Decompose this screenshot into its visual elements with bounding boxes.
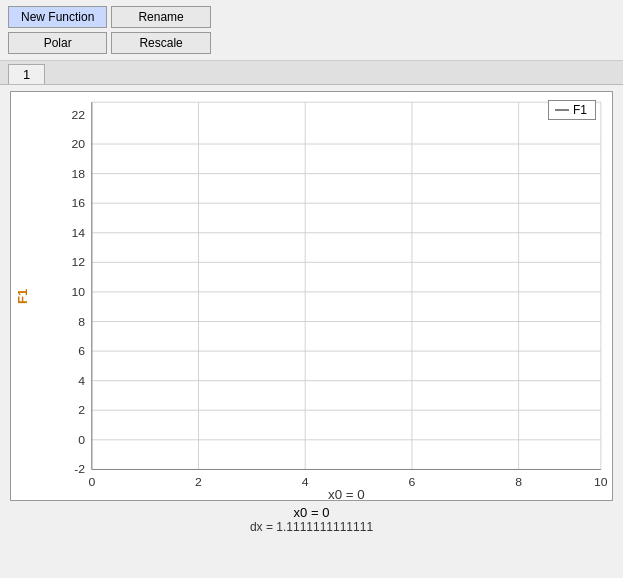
- svg-text:16: 16: [72, 197, 86, 209]
- svg-text:0: 0: [88, 475, 95, 487]
- svg-text:4: 4: [302, 475, 309, 487]
- svg-text:4: 4: [78, 374, 85, 386]
- dx-status: dx = 1.1111111111111: [0, 520, 623, 534]
- rename-button[interactable]: Rename: [111, 6, 210, 28]
- status-bar: x0 = 0 dx = 1.1111111111111: [0, 501, 623, 536]
- svg-text:10: 10: [594, 475, 608, 487]
- svg-text:8: 8: [78, 315, 85, 327]
- svg-text:2: 2: [78, 404, 85, 416]
- svg-text:-2: -2: [74, 463, 85, 475]
- toolbar-buttons: New Function Rename Polar Rescale: [8, 6, 211, 54]
- tab-1[interactable]: 1: [8, 64, 45, 84]
- svg-text:22: 22: [72, 108, 86, 120]
- svg-text:6: 6: [78, 345, 85, 357]
- rescale-button[interactable]: Rescale: [111, 32, 210, 54]
- svg-text:20: 20: [72, 138, 86, 150]
- svg-text:2: 2: [195, 475, 202, 487]
- svg-text:x0 = 0: x0 = 0: [328, 488, 365, 500]
- svg-text:14: 14: [72, 226, 86, 238]
- legend: F1: [548, 100, 596, 120]
- legend-label: F1: [573, 103, 587, 117]
- tab-bar: 1: [0, 61, 623, 85]
- toolbar: New Function Rename Polar Rescale: [0, 0, 623, 61]
- svg-text:0: 0: [78, 433, 85, 445]
- svg-text:18: 18: [72, 167, 86, 179]
- chart-inner: F1: [34, 92, 612, 500]
- chart-area: F1 F1: [10, 91, 613, 501]
- svg-text:12: 12: [72, 256, 86, 268]
- x0-status: x0 = 0: [0, 505, 623, 520]
- chart-svg: -2 0 2 4 6 8 10 12 14 16 18 20 22 0 2 4 …: [34, 92, 612, 500]
- svg-text:10: 10: [72, 285, 86, 297]
- new-function-button[interactable]: New Function: [8, 6, 107, 28]
- svg-text:6: 6: [409, 475, 416, 487]
- polar-button[interactable]: Polar: [8, 32, 107, 54]
- svg-text:8: 8: [515, 475, 522, 487]
- y-axis-label: F1: [11, 92, 34, 500]
